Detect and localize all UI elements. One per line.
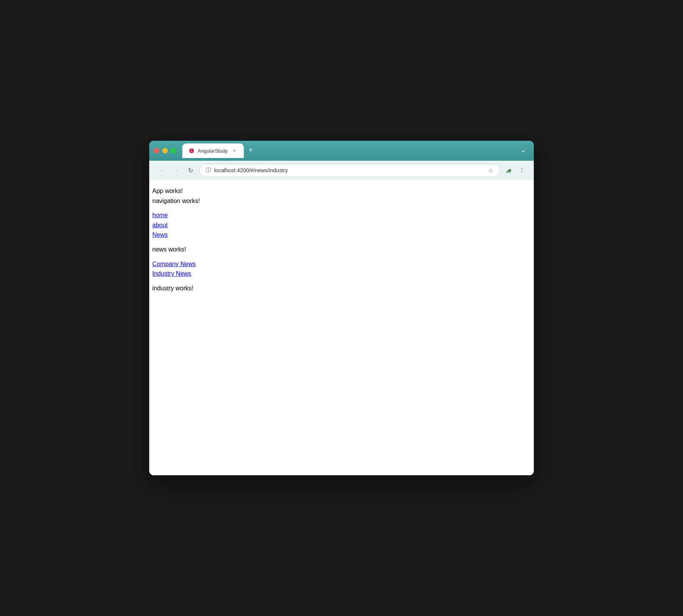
- tab-title: AngularStudy: [198, 148, 228, 154]
- url-text: localhost:4200/#/news/industry: [214, 167, 485, 173]
- company-news-link[interactable]: Company News: [152, 259, 531, 269]
- industry-works-text: industry works!: [152, 283, 531, 293]
- maximize-button[interactable]: [171, 148, 176, 153]
- more-options-icon: ⋮: [519, 167, 525, 174]
- close-button[interactable]: [154, 148, 159, 153]
- url-bar[interactable]: ⓘ localhost:4200/#/news/industry ☆: [199, 164, 500, 177]
- forward-button[interactable]: →: [170, 165, 182, 176]
- app-works-text: App works!: [152, 186, 531, 196]
- tab-dropdown-button[interactable]: ⌄: [517, 144, 529, 156]
- reload-icon: ↻: [188, 167, 193, 174]
- navigation-works-text: navigation works!: [152, 196, 531, 206]
- active-tab[interactable]: AngularStudy ×: [182, 143, 244, 158]
- browser-actions: ⋮: [503, 165, 528, 176]
- home-link[interactable]: home: [152, 210, 531, 220]
- window-controls: [154, 148, 176, 153]
- back-button[interactable]: ←: [155, 165, 167, 176]
- news-link[interactable]: News: [152, 230, 531, 240]
- reload-button[interactable]: ↻: [185, 165, 196, 176]
- minimize-button[interactable]: [162, 148, 168, 153]
- page-content: App works! navigation works! home about …: [149, 180, 534, 475]
- sub-links: Company News Industry News: [152, 259, 531, 279]
- extension-button[interactable]: [503, 165, 515, 176]
- tab-favicon: [188, 148, 195, 154]
- title-bar: AngularStudy × + ⌄: [149, 141, 534, 161]
- more-options-button[interactable]: ⋮: [516, 165, 528, 176]
- forward-icon: →: [173, 167, 179, 174]
- tab-close-button[interactable]: ×: [231, 147, 238, 154]
- industry-news-link[interactable]: Industry News: [152, 269, 531, 279]
- about-link[interactable]: about: [152, 220, 531, 230]
- info-icon: ⓘ: [206, 167, 211, 174]
- new-tab-button[interactable]: +: [245, 146, 256, 155]
- browser-window: AngularStudy × + ⌄ ← → ↻ ⓘ localhost:420…: [149, 141, 534, 475]
- address-bar: ← → ↻ ⓘ localhost:4200/#/news/industry ☆…: [149, 161, 534, 180]
- extension-icon: [505, 166, 513, 174]
- nav-links: home about News: [152, 210, 531, 240]
- star-icon: ☆: [488, 167, 493, 174]
- tab-area: AngularStudy × +: [182, 143, 514, 158]
- news-works-text: news works!: [152, 245, 531, 255]
- back-icon: ←: [158, 167, 164, 174]
